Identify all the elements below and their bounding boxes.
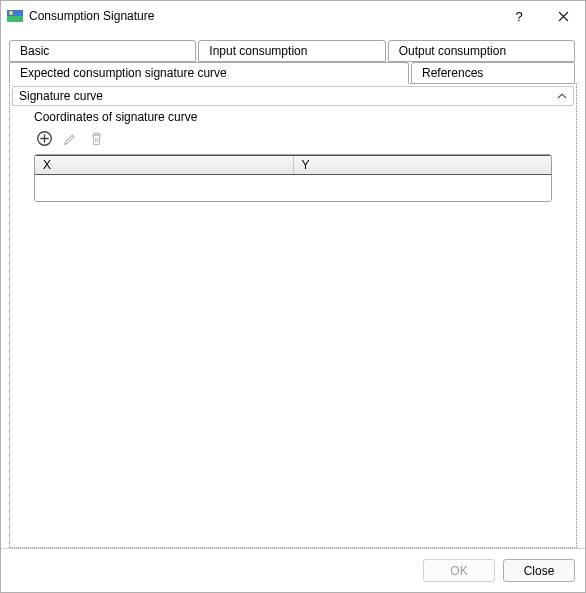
chevron-up-icon [557, 91, 567, 102]
tab-label: Input consumption [209, 44, 307, 58]
tab-label: Expected consumption signature curve [20, 66, 227, 80]
tab-expected-curve[interactable]: Expected consumption signature curve [9, 62, 409, 84]
section-label: Coordinates of signature curve [12, 106, 574, 128]
close-window-button[interactable] [541, 1, 585, 31]
accordion-title: Signature curve [19, 89, 103, 103]
title-bar: Consumption Signature ? [1, 1, 585, 31]
window-controls: ? [497, 1, 585, 31]
coordinates-table[interactable]: X Y [34, 154, 552, 202]
accordion-signature-curve[interactable]: Signature curve [12, 86, 574, 106]
tab-basic[interactable]: Basic [9, 40, 196, 62]
content-area: Basic Input consumption Output consumpti… [1, 31, 585, 548]
tab-input-consumption[interactable]: Input consumption [198, 40, 385, 62]
tab-label: Output consumption [399, 44, 506, 58]
tab-label: References [422, 66, 483, 80]
table-toolbar [12, 128, 574, 154]
column-x[interactable]: X [35, 156, 294, 174]
tab-strip: Basic Input consumption Output consumpti… [9, 39, 577, 83]
tab-output-consumption[interactable]: Output consumption [388, 40, 575, 62]
ok-button: OK [423, 559, 495, 582]
close-button[interactable]: Close [503, 559, 575, 582]
tab-references[interactable]: References [411, 62, 575, 84]
tab-panel: Signature curve Coordinates of signature… [9, 83, 577, 548]
app-icon [7, 8, 23, 24]
dialog-footer: OK Close [1, 548, 585, 592]
svg-rect-1 [7, 16, 23, 22]
tab-label: Basic [20, 44, 49, 58]
table-body[interactable] [35, 175, 551, 201]
button-label: OK [450, 564, 467, 578]
dialog-window: Consumption Signature ? Basic Input cons… [0, 0, 586, 593]
button-label: Close [524, 564, 555, 578]
column-y[interactable]: Y [294, 156, 552, 174]
add-row-button[interactable] [34, 128, 54, 148]
edit-row-button [60, 128, 80, 148]
delete-row-button [86, 128, 106, 148]
table-header: X Y [35, 155, 551, 175]
svg-point-2 [9, 11, 13, 15]
window-title: Consumption Signature [29, 9, 497, 23]
help-button[interactable]: ? [497, 1, 541, 31]
